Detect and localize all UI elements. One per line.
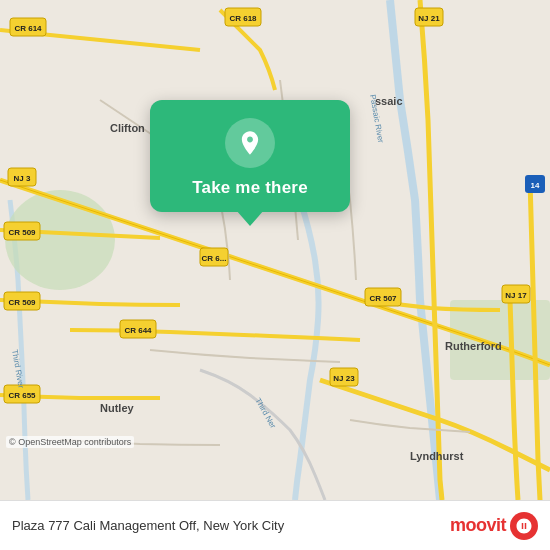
svg-text:CR 509: CR 509 [8, 298, 36, 307]
svg-text:Nutley: Nutley [100, 402, 135, 414]
svg-text:14: 14 [531, 181, 540, 190]
svg-text:CR 507: CR 507 [369, 294, 397, 303]
svg-text:CR 614: CR 614 [14, 24, 42, 33]
take-me-there-popup[interactable]: Take me there [150, 100, 350, 212]
map-svg: CR 614 CR 618 NJ 3 NJ 21 CR 509 CR 509 C… [0, 0, 550, 500]
svg-text:CR 6...: CR 6... [202, 254, 227, 263]
location-name: Plaza 777 Cali Management Off, New York … [12, 518, 450, 533]
svg-text:NJ 21: NJ 21 [418, 14, 440, 23]
svg-text:Clifton: Clifton [110, 122, 145, 134]
svg-text:Rutherford: Rutherford [445, 340, 502, 352]
svg-text:CR 509: CR 509 [8, 228, 36, 237]
location-pin-icon [236, 129, 264, 157]
svg-text:NJ 3: NJ 3 [14, 174, 31, 183]
moovit-icon [510, 512, 538, 540]
moovit-logo: moovit [450, 512, 538, 540]
map-container: CR 614 CR 618 NJ 3 NJ 21 CR 509 CR 509 C… [0, 0, 550, 500]
svg-text:CR 618: CR 618 [229, 14, 257, 23]
svg-text:Lyndhurst: Lyndhurst [410, 450, 464, 462]
svg-text:NJ 17: NJ 17 [505, 291, 527, 300]
svg-text:NJ 23: NJ 23 [333, 374, 355, 383]
bottom-bar: Plaza 777 Cali Management Off, New York … [0, 500, 550, 550]
take-me-there-label: Take me there [192, 178, 308, 198]
svg-text:CR 655: CR 655 [8, 391, 36, 400]
osm-credit: © OpenStreetMap contributors [6, 436, 134, 448]
moovit-logo-text: moovit [450, 515, 506, 536]
svg-text:CR 644: CR 644 [124, 326, 152, 335]
location-pin-icon-wrap [225, 118, 275, 168]
